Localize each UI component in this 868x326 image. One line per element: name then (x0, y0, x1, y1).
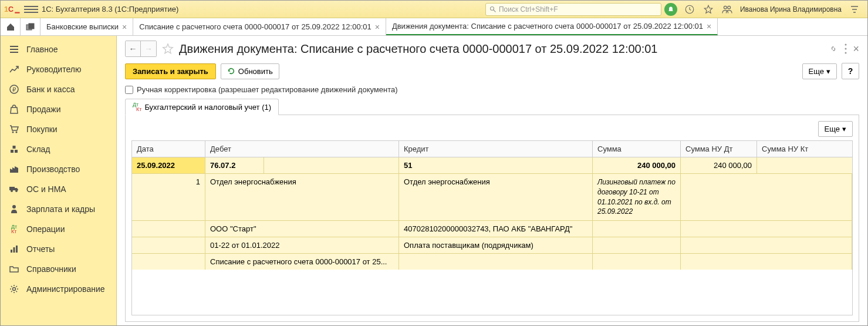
kebab-icon[interactable] (845, 43, 847, 54)
svg-point-6 (728, 6, 731, 9)
refresh-label: Обновить (238, 67, 273, 76)
col-kredit[interactable]: Кредит (399, 141, 593, 157)
sidebar-item-admin[interactable]: Администрирование (1, 279, 116, 299)
cell-empty (132, 221, 205, 237)
search-placeholder: Поиск Ctrl+Shift+F (499, 5, 558, 14)
title-bar: ← → Движения документа: Списание с расче… (125, 41, 859, 57)
app-title: 1С: Бухгалтерия 8.3 (1С:Предприятие) (42, 5, 178, 14)
grid-body: 25.09.2022 76.07.2 51 240 000,00 240 000… (132, 157, 852, 270)
sidebar-item-assets[interactable]: ОС и НМА (1, 179, 116, 199)
cell-empty (132, 237, 205, 253)
cell-summa-dt: 240 000,00 (681, 157, 757, 173)
sidebar-item-manager[interactable]: Руководителю (1, 59, 116, 79)
panel: Еще▾ Дата Дебет Кредит Сумма Сумма НУ Дт… (125, 115, 859, 322)
tab-accounting[interactable]: ДтКт Бухгалтерский и налоговый учет (1) (125, 99, 279, 115)
windows-tab-icon[interactable] (21, 18, 40, 35)
table-row[interactable]: 01-22 от 01.01.2022 Оплата поставщикам (… (132, 237, 852, 253)
favorites-icon[interactable] (701, 2, 715, 16)
link-icon[interactable] (828, 43, 839, 54)
sidebar-label: Администрирование (26, 284, 105, 294)
svg-point-25 (845, 48, 847, 50)
sidebar: Главное Руководителю ₽Банк и касса Прода… (1, 36, 117, 326)
users-icon[interactable] (720, 2, 734, 16)
close-icon[interactable]: × (122, 22, 127, 32)
close-icon[interactable]: × (375, 22, 380, 32)
search-icon (489, 6, 497, 13)
col-summa-kt[interactable]: Сумма НУ Кт (757, 141, 852, 157)
svg-rect-14 (15, 150, 18, 153)
sidebar-item-warehouse[interactable]: Склад (1, 139, 116, 159)
factory-icon (9, 164, 19, 174)
sidebar-label: Склад (26, 144, 50, 154)
svg-point-17 (11, 190, 13, 192)
history-icon[interactable] (683, 2, 697, 16)
logo-1c-icon: 1С (4, 4, 21, 15)
cell-summa: 240 000,00 (593, 157, 681, 173)
close-button[interactable]: × (853, 43, 859, 55)
chart-up-icon (9, 64, 19, 75)
sidebar-item-main[interactable]: Главное (1, 39, 116, 59)
tab-movements-doc[interactable]: Движения документа: Списание с расчетног… (386, 18, 718, 35)
table-row[interactable]: Списание с расчетного счета 0000-000017 … (132, 253, 852, 270)
main-content: ← → Движения документа: Списание с расче… (117, 36, 867, 326)
cell-kred: Оплата поставщикам (подрядчикам) (399, 237, 593, 253)
main-menu-icon[interactable] (24, 2, 38, 16)
table-row[interactable]: 1 Отдел энергоснабжения Отдел энергоснаб… (132, 173, 852, 220)
cell-desc: Лизинговый платеж по договору 10-21 от 0… (593, 174, 681, 220)
forward-button[interactable]: → (141, 41, 156, 56)
more-label: Еще (825, 125, 840, 133)
home-tab-icon[interactable] (1, 18, 21, 35)
close-icon[interactable]: × (707, 22, 711, 31)
svg-text:С: С (8, 5, 13, 14)
cell-empty (681, 254, 852, 270)
tab-writeoff-doc[interactable]: Списание с расчетного счета 0000-000017 … (133, 18, 386, 35)
col-debet[interactable]: Дебет (205, 141, 399, 157)
search-input[interactable]: Поиск Ctrl+Shift+F (485, 3, 661, 16)
sidebar-label: Продажи (26, 105, 60, 114)
svg-rect-21 (13, 247, 15, 253)
svg-point-2 (490, 6, 494, 10)
sidebar-item-operations[interactable]: ДтКтОперации (1, 219, 116, 239)
svg-point-5 (724, 6, 727, 9)
folder-icon (9, 264, 19, 274)
sidebar-item-salary[interactable]: Зарплата и кадры (1, 199, 116, 219)
panel-settings-icon[interactable] (847, 2, 862, 16)
sidebar-item-production[interactable]: Производство (1, 159, 116, 179)
svg-point-24 (845, 44, 847, 46)
accounting-grid: Дата Дебет Кредит Сумма Сумма НУ Дт Сумм… (131, 140, 853, 315)
help-button[interactable]: ? (842, 63, 859, 79)
sidebar-label: Операции (26, 224, 65, 234)
sidebar-item-purchases[interactable]: Покупки (1, 119, 116, 139)
sidebar-item-reports[interactable]: Отчеты (1, 239, 116, 259)
more-button[interactable]: Еще▾ (802, 63, 837, 79)
refresh-button[interactable]: Обновить (221, 63, 279, 79)
sidebar-item-bank[interactable]: ₽Банк и касса (1, 79, 116, 99)
cell-empty (132, 254, 205, 270)
sidebar-label: Производство (26, 164, 80, 174)
table-row[interactable]: 25.09.2022 76.07.2 51 240 000,00 240 000… (132, 157, 852, 173)
manual-edit-checkbox[interactable] (125, 86, 133, 94)
table-row[interactable]: ООО "Старт" 40702810200000032743, ПАО АК… (132, 220, 852, 237)
sidebar-item-catalogs[interactable]: Справочники (1, 259, 116, 279)
svg-rect-15 (13, 146, 16, 149)
back-button[interactable]: ← (126, 41, 141, 56)
svg-point-26 (845, 52, 847, 54)
write-close-button[interactable]: Записать и закрыть (125, 63, 216, 79)
sidebar-item-sales[interactable]: Продажи (1, 99, 116, 119)
notifications-icon[interactable] (664, 2, 678, 16)
svg-point-23 (13, 288, 16, 291)
manual-edit-label: Ручная корректировка (разрешает редактир… (137, 85, 398, 94)
star-icon[interactable] (161, 42, 174, 55)
tab-bank-statements[interactable]: Банковские выписки × (40, 18, 133, 35)
cell-deb: Отдел энергоснабжения (205, 174, 399, 220)
cell-empty (593, 237, 681, 253)
col-summa-dt[interactable]: Сумма НУ Дт (681, 141, 757, 157)
manual-edit-row: Ручная корректировка (разрешает редактир… (125, 85, 859, 94)
cell-date: 25.09.2022 (132, 157, 205, 173)
panel-more-button[interactable]: Еще▾ (818, 121, 853, 137)
cell-empty (681, 221, 852, 237)
col-summa[interactable]: Сумма (593, 141, 681, 157)
user-name[interactable]: Иванова Ирина Владимировна (740, 5, 842, 14)
cell-empty (593, 221, 681, 237)
col-date[interactable]: Дата (132, 141, 205, 157)
